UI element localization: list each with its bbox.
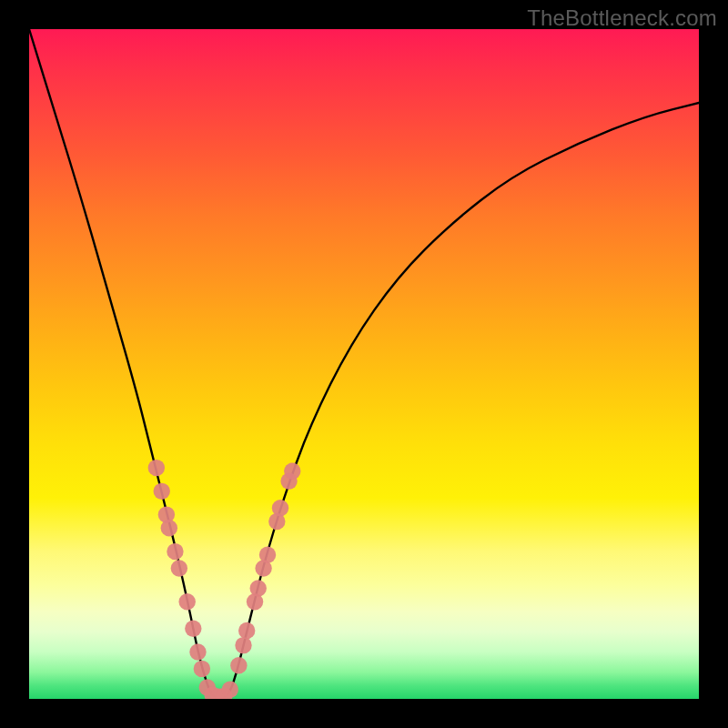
- data-marker: [238, 622, 255, 639]
- marker-group: [148, 460, 301, 699]
- chart-frame: TheBottleneck.com: [0, 0, 728, 728]
- data-marker: [185, 621, 201, 637]
- data-marker: [161, 520, 177, 536]
- data-marker: [230, 657, 247, 673]
- data-marker: [189, 643, 206, 660]
- watermark-text: TheBottleneck.com: [527, 5, 717, 31]
- data-marker: [222, 681, 238, 697]
- data-marker: [171, 560, 187, 576]
- plot-area: [29, 29, 699, 699]
- bottleneck-curve: [29, 29, 699, 699]
- chart-overlay-svg: [29, 29, 699, 699]
- data-marker: [167, 543, 183, 560]
- data-marker: [178, 593, 195, 610]
- data-marker: [235, 637, 251, 653]
- data-marker: [272, 500, 288, 516]
- data-marker: [284, 463, 300, 480]
- data-marker: [250, 580, 267, 596]
- data-marker: [259, 547, 276, 563]
- data-marker: [194, 661, 210, 677]
- data-marker: [154, 483, 170, 500]
- data-marker: [148, 460, 165, 476]
